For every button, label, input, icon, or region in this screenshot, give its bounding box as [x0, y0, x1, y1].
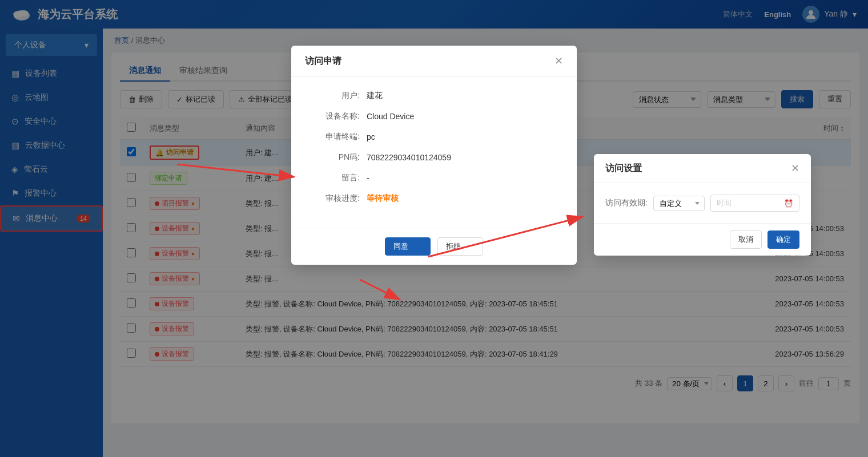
modal-footer: 同意 拒绝: [291, 228, 577, 265]
modal-body: 用户: 建花 设备名称: Cloud Device 申请终端: pc PN码: …: [291, 77, 577, 228]
message-value: -: [367, 173, 369, 183]
clock-icon: ⏰: [784, 199, 793, 208]
device-value: Cloud Device: [367, 112, 414, 121]
sub-modal-close-btn[interactable]: ✕: [791, 162, 799, 175]
modal-title: 访问申请: [305, 55, 341, 67]
user-label: 用户:: [314, 91, 360, 101]
status-label: 审核进度:: [314, 193, 360, 204]
approve-btn[interactable]: 同意: [385, 237, 431, 256]
reject-btn[interactable]: 拒绝: [437, 237, 483, 256]
device-field: 设备名称: Cloud Device: [314, 111, 554, 122]
sub-cancel-btn[interactable]: 取消: [730, 230, 762, 249]
message-label: 留言:: [314, 173, 360, 183]
pn-field: PN码: 7082229034010124059: [314, 152, 554, 163]
validity-select[interactable]: 自定义: [653, 196, 705, 211]
modal-header: 访问申请 ✕: [291, 46, 577, 77]
terminal-field: 申请终端: pc: [314, 132, 554, 142]
sub-modal-body: 访问有效期: 自定义 时间 ⏰: [594, 183, 811, 223]
user-field: 用户: 建花: [314, 91, 554, 101]
message-field: 留言: -: [314, 173, 554, 183]
modal-close-btn[interactable]: ✕: [554, 55, 563, 67]
time-input-wrapper[interactable]: 时间 ⏰: [710, 195, 799, 212]
sub-modal-header: 访问设置 ✕: [594, 154, 811, 183]
validity-label: 访问有效期:: [605, 198, 648, 208]
user-value: 建花: [367, 91, 383, 101]
device-label: 设备名称:: [314, 111, 360, 122]
status-value: 等待审核: [367, 193, 399, 204]
terminal-label: 申请终端:: [314, 132, 360, 142]
sub-confirm-btn[interactable]: 确定: [767, 230, 799, 249]
pn-label: PN码:: [314, 152, 360, 163]
pn-value: 7082229034010124059: [367, 153, 451, 162]
status-field: 审核进度: 等待审核: [314, 193, 554, 204]
time-placeholder: 时间: [717, 198, 732, 208]
sub-modal-title: 访问设置: [605, 163, 642, 175]
sub-modal-footer: 取消 确定: [594, 223, 811, 256]
terminal-value: pc: [367, 132, 375, 141]
access-settings-modal: 访问设置 ✕ 访问有效期: 自定义 时间 ⏰ 取消 确定: [594, 154, 811, 256]
modal-overlay[interactable]: 访问申请 ✕ 用户: 建花 设备名称: Cloud Device 申请终端: p…: [0, 0, 868, 457]
access-request-modal: 访问申请 ✕ 用户: 建花 设备名称: Cloud Device 申请终端: p…: [291, 46, 577, 265]
